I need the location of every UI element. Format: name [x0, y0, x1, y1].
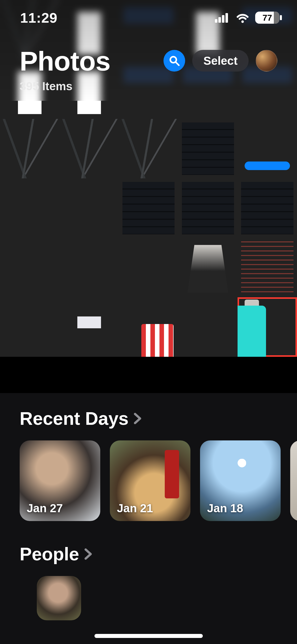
- chevron-right-icon: [84, 548, 94, 560]
- recent-day-label: Jan 27: [27, 501, 63, 515]
- search-button[interactable]: [163, 50, 185, 72]
- svg-rect-2: [222, 15, 224, 23]
- recent-days-title: Recent Days: [20, 408, 128, 429]
- recent-day-card[interactable]: Jan 27: [20, 440, 100, 521]
- recent-day-card[interactable]: Jan 21: [110, 440, 190, 521]
- photo-thumbnail[interactable]: [119, 238, 178, 297]
- photo-thumbnail[interactable]: [59, 178, 119, 238]
- recent-days-header[interactable]: Recent Days: [0, 408, 297, 429]
- photo-thumbnail[interactable]: [238, 119, 297, 178]
- photos-header: Photos 395 Items Select: [0, 45, 297, 93]
- svg-rect-1: [218, 17, 221, 23]
- item-count: 395 Items: [20, 79, 110, 93]
- people-header[interactable]: People: [0, 544, 297, 564]
- photo-thumbnail[interactable]: [119, 297, 178, 357]
- svg-rect-0: [215, 19, 217, 23]
- photo-thumbnail[interactable]: [178, 178, 238, 238]
- app-title: Photos: [20, 45, 110, 77]
- recent-day-card[interactable]: Jan 18: [200, 440, 281, 521]
- chevron-right-icon: [133, 412, 143, 425]
- status-bar: 11:29 77: [0, 0, 297, 35]
- photo-thumbnail[interactable]: [178, 238, 238, 297]
- photo-thumbnail[interactable]: [59, 238, 119, 297]
- photo-thumbnail[interactable]: [0, 119, 59, 178]
- recent-day-label: Jan 21: [117, 501, 153, 515]
- profile-avatar-button[interactable]: [256, 50, 277, 72]
- cellular-icon: [215, 13, 230, 23]
- select-button[interactable]: Select: [192, 50, 249, 72]
- search-icon: [169, 55, 180, 66]
- svg-line-5: [176, 62, 179, 65]
- photo-thumbnail[interactable]: [0, 238, 59, 297]
- select-label: Select: [203, 54, 238, 68]
- wifi-icon: [236, 12, 250, 23]
- photo-thumbnail-selected[interactable]: [238, 297, 297, 357]
- photo-thumbnail[interactable]: [0, 178, 59, 238]
- person-avatar[interactable]: [37, 576, 81, 620]
- recent-days-strip[interactable]: Jan 27 Jan 21 Jan 18: [0, 440, 297, 521]
- photo-thumbnail[interactable]: [59, 119, 119, 178]
- photo-thumbnail[interactable]: [59, 297, 119, 357]
- photo-thumbnail[interactable]: [0, 297, 59, 357]
- home-indicator[interactable]: [94, 634, 203, 638]
- photo-thumbnail[interactable]: [119, 119, 178, 178]
- photo-thumbnail[interactable]: [119, 178, 178, 238]
- recent-day-card[interactable]: [290, 440, 297, 521]
- battery-indicator: 77: [255, 12, 279, 24]
- photo-thumbnail[interactable]: [178, 297, 238, 357]
- photo-thumbnail[interactable]: [238, 178, 297, 238]
- photo-thumbnail[interactable]: [178, 119, 238, 178]
- people-title: People: [20, 544, 79, 564]
- svg-rect-3: [225, 13, 228, 23]
- status-time: 11:29: [20, 10, 57, 26]
- recent-day-label: Jan 18: [207, 501, 243, 515]
- people-strip[interactable]: [0, 576, 297, 620]
- photo-thumbnail[interactable]: [238, 238, 297, 297]
- battery-percent: 77: [262, 13, 272, 23]
